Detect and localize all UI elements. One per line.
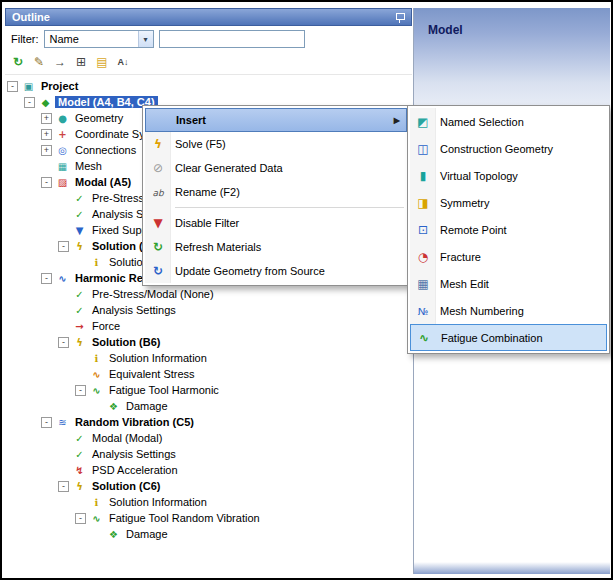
expander-icon[interactable] bbox=[41, 129, 52, 140]
tree-item[interactable]: Damage bbox=[5, 398, 412, 414]
fatigue-icon bbox=[89, 385, 104, 396]
insert-submenu: Named Selection Construction Geometry Vi… bbox=[407, 105, 610, 354]
menu-separator bbox=[175, 207, 404, 208]
tree-item[interactable]: Solution Information bbox=[5, 494, 412, 510]
tree-item[interactable]: Analysis Settings bbox=[5, 446, 412, 462]
tree-item[interactable]: Project bbox=[5, 78, 412, 94]
submenu-item[interactable]: Named Selection bbox=[410, 108, 607, 135]
check-icon bbox=[72, 449, 87, 460]
tree-item-label: Solution (C6) bbox=[89, 480, 163, 492]
expander-icon[interactable] bbox=[58, 481, 69, 492]
chevron-down-icon[interactable]: ▾ bbox=[138, 31, 153, 47]
info-icon bbox=[89, 353, 104, 364]
submenu-item[interactable]: Remote Point bbox=[410, 216, 607, 243]
expander-icon[interactable] bbox=[41, 177, 52, 188]
solution-icon bbox=[72, 337, 87, 348]
tree-item[interactable]: Fatigue Tool Harmonic bbox=[5, 382, 412, 398]
expander-icon[interactable] bbox=[41, 145, 52, 156]
submenu-item[interactable]: Fatigue Combination bbox=[410, 324, 607, 351]
fracture-icon bbox=[412, 250, 434, 264]
filter-row: Filter: Name ▾ bbox=[5, 26, 412, 51]
filter-type-dropdown[interactable]: Name ▾ bbox=[44, 30, 154, 48]
tree-item[interactable]: Modal (Modal) bbox=[5, 430, 412, 446]
tree-item-label: Modal (A5) bbox=[72, 176, 134, 188]
project-icon bbox=[21, 81, 36, 92]
coordsys-icon bbox=[55, 129, 70, 140]
fatigue-icon bbox=[89, 513, 104, 524]
tree-item[interactable]: Solution (C6) bbox=[5, 478, 412, 494]
tb-edit-icon[interactable] bbox=[30, 53, 48, 71]
tree-item[interactable]: Solution Information bbox=[5, 350, 412, 366]
disable-filter-icon bbox=[147, 216, 169, 230]
pin-icon[interactable] bbox=[394, 12, 406, 24]
tree-item[interactable]: Solution (B6) bbox=[5, 334, 412, 350]
submenu-item[interactable]: Construction Geometry bbox=[410, 135, 607, 162]
context-menu-item[interactable]: Disable Filter ▶ bbox=[145, 211, 407, 235]
submenu-item-label: Fracture bbox=[440, 251, 601, 263]
check-icon bbox=[72, 305, 87, 316]
bottom-gradient bbox=[414, 562, 610, 574]
context-menu-item[interactable]: Rename (F2) ▶ bbox=[145, 180, 407, 204]
context-menu-item[interactable]: Clear Generated Data ▶ bbox=[145, 156, 407, 180]
tree-item[interactable]: Analysis Settings bbox=[5, 302, 412, 318]
damage-icon bbox=[106, 401, 121, 412]
tb-filter-icon[interactable] bbox=[51, 53, 69, 71]
info-icon bbox=[89, 497, 104, 508]
virtual-topology-icon bbox=[412, 169, 434, 183]
submenu-item-label: Remote Point bbox=[440, 224, 601, 236]
expander-icon[interactable] bbox=[58, 241, 69, 252]
tree-item[interactable]: Pre-Stress/Modal (None) bbox=[5, 286, 412, 302]
outline-titlebar: Outline bbox=[5, 8, 412, 26]
context-menu-item[interactable]: Solve (F5) ▶ bbox=[145, 132, 407, 156]
tb-expand-icon[interactable] bbox=[72, 53, 90, 71]
tree-item-label: Force bbox=[89, 320, 123, 332]
update-geometry-icon bbox=[147, 264, 169, 278]
tree-item-label: Modal (Modal) bbox=[89, 432, 165, 444]
expander-icon[interactable] bbox=[41, 113, 52, 124]
filter-dropdown-value: Name bbox=[50, 33, 79, 45]
menu-item-label: Refresh Materials bbox=[175, 241, 401, 253]
expander-icon[interactable] bbox=[75, 385, 86, 396]
mesh-numbering-icon bbox=[412, 304, 434, 318]
tree-item[interactable]: Equivalent Stress bbox=[5, 366, 412, 382]
damage-icon bbox=[106, 529, 121, 540]
expander-icon[interactable] bbox=[24, 97, 35, 108]
tree-item-label: Solution (B6) bbox=[89, 336, 163, 348]
context-menu-item[interactable]: Refresh Materials ▶ bbox=[145, 235, 407, 259]
context-menu-item[interactable]: Update Geometry from Source ▶ bbox=[145, 259, 407, 283]
remote-point-icon bbox=[412, 223, 434, 237]
tree-item-label: Fatigue Tool Random Vibration bbox=[106, 512, 263, 524]
tree-item[interactable]: Random Vibration (C5) bbox=[5, 414, 412, 430]
expander-icon[interactable] bbox=[7, 81, 18, 92]
submenu-item[interactable]: Fracture bbox=[410, 243, 607, 270]
model-icon bbox=[38, 97, 53, 108]
tree-item-label: Solution Information bbox=[106, 352, 210, 364]
expander-icon[interactable] bbox=[41, 273, 52, 284]
tree-item-label: Mesh bbox=[72, 160, 105, 172]
filter-text-input[interactable] bbox=[159, 30, 305, 48]
context-menu-item[interactable]: Insert ▶ bbox=[145, 108, 407, 132]
tb-sort-icon[interactable] bbox=[114, 53, 132, 71]
submenu-item[interactable]: Mesh Numbering bbox=[410, 297, 607, 324]
submenu-item[interactable]: Mesh Edit bbox=[410, 270, 607, 297]
solve-icon bbox=[147, 137, 169, 151]
harmonic-icon bbox=[55, 273, 70, 284]
submenu-item-label: Construction Geometry bbox=[440, 143, 601, 155]
rename-icon bbox=[147, 185, 169, 199]
tree-item[interactable]: Force bbox=[5, 318, 412, 334]
context-menu: Insert ▶ Solve (F5) ▶ Clear Generated Da… bbox=[142, 105, 410, 286]
submenu-item[interactable]: Virtual Topology bbox=[410, 162, 607, 189]
construction-geometry-icon bbox=[412, 142, 434, 156]
submenu-item-label: Virtual Topology bbox=[440, 170, 601, 182]
tree-item[interactable]: PSD Acceleration bbox=[5, 462, 412, 478]
submenu-item[interactable]: Symmetry bbox=[410, 189, 607, 216]
check-icon bbox=[72, 193, 87, 204]
tb-refresh-icon[interactable] bbox=[9, 53, 27, 71]
tb-folder-icon[interactable] bbox=[93, 53, 111, 71]
expander-icon[interactable] bbox=[41, 417, 52, 428]
expander-icon[interactable] bbox=[75, 513, 86, 524]
named-selection-icon bbox=[412, 115, 434, 129]
tree-item[interactable]: Fatigue Tool Random Vibration bbox=[5, 510, 412, 526]
tree-item[interactable]: Damage bbox=[5, 526, 412, 542]
expander-icon[interactable] bbox=[58, 337, 69, 348]
